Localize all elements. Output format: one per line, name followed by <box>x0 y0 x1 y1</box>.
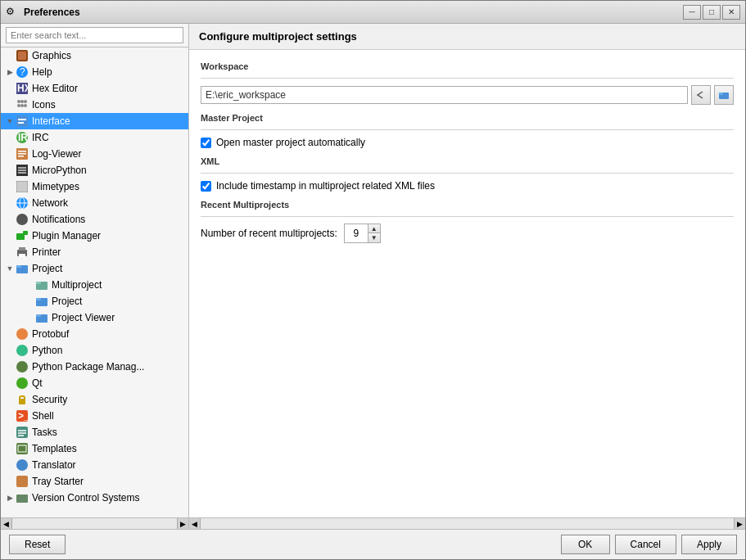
svg-rect-23 <box>18 169 26 171</box>
sidebar-item-printer[interactable]: Printer <box>1 244 188 260</box>
master-project-checkbox-row: Open master project automatically <box>201 137 734 148</box>
sidebar-item-templates[interactable]: Templates <box>1 440 188 457</box>
svg-point-29 <box>16 214 28 225</box>
log-viewer-icon <box>16 147 29 160</box>
sidebar-label-python-pkg: Python Package Manag... <box>32 361 144 373</box>
recent-spinbox-label: Number of recent multiprojects: <box>201 228 337 239</box>
spinbox-up-button[interactable]: ▲ <box>368 224 380 233</box>
sidebar-label-icons: Icons <box>32 99 56 111</box>
spinbox-down-button[interactable]: ▼ <box>368 233 380 242</box>
svg-rect-38 <box>36 282 41 284</box>
sidebar-item-interface[interactable]: ▼ Interface <box>1 113 188 129</box>
sidebar-label-shell: Shell <box>32 410 54 422</box>
panel-title: Configure multiproject settings <box>199 30 735 43</box>
svg-point-44 <box>16 345 28 356</box>
title-bar: ⚙ Preferences ─ □ ✕ <box>1 1 745 24</box>
sidebar-item-hex-editor[interactable]: HX Hex Editor <box>1 80 188 97</box>
sidebar-label-project-viewer: Project Viewer <box>52 312 115 323</box>
sidebar-label-irc: IRC <box>32 132 49 143</box>
minimize-button[interactable]: ─ <box>683 5 701 20</box>
sidebar-item-python[interactable]: Python <box>1 342 188 359</box>
interface-icon <box>16 115 29 128</box>
close-button[interactable]: ✕ <box>722 5 740 20</box>
reset-button[interactable]: Reset <box>9 535 66 554</box>
workspace-browse-back-button[interactable] <box>691 85 711 105</box>
svg-rect-19 <box>18 153 26 155</box>
svg-rect-24 <box>18 172 26 174</box>
project-root-icon <box>16 262 29 275</box>
security-icon <box>16 393 29 406</box>
sidebar-item-vcs[interactable]: ▶ Version Control Systems <box>1 490 188 506</box>
apply-button[interactable]: Apply <box>681 535 737 554</box>
maximize-button[interactable]: □ <box>703 5 721 20</box>
sidebar-item-python-pkg[interactable]: Python Package Manag... <box>1 359 188 375</box>
svg-rect-51 <box>16 427 28 438</box>
main-area: Graphics ▶ ? Help HX <box>1 24 745 529</box>
sidebar-item-irc[interactable]: IR IRC <box>1 129 188 146</box>
sidebar-item-log-viewer[interactable]: Log-Viewer <box>1 146 188 162</box>
sidebar-label-protobuf: Protobuf <box>32 328 69 340</box>
ok-button[interactable]: OK <box>561 535 610 554</box>
panel-hscroll[interactable]: ◀ ▶ <box>189 517 745 529</box>
window-title: Preferences <box>24 7 678 18</box>
right-panel: Configure multiproject settings Workspac… <box>189 24 745 529</box>
notifications-icon <box>16 213 29 226</box>
sidebar-item-shell[interactable]: >_ Shell <box>1 408 188 424</box>
bottom-bar: Reset OK Cancel Apply <box>1 529 745 559</box>
sidebar-item-project-child[interactable]: Project <box>1 293 188 309</box>
sidebar-label-notifications: Notifications <box>32 214 85 225</box>
sidebar-hscroll[interactable]: ◀ ▶ <box>1 517 188 529</box>
sidebar-item-protobuf[interactable]: Protobuf <box>1 326 188 342</box>
sidebar-item-network[interactable]: Network <box>1 195 188 211</box>
recent-multiprojects-section: Recent Multiprojects Number of recent mu… <box>201 200 734 243</box>
sidebar-item-tray-starter[interactable]: Tray Starter <box>1 473 188 490</box>
sidebar-label-tray-starter: Tray Starter <box>32 476 84 487</box>
sidebar-label-qt: Qt <box>32 377 43 389</box>
recent-label: Recent Multiprojects <box>201 200 734 210</box>
sidebar-item-icons[interactable]: Icons <box>1 97 188 113</box>
svg-rect-33 <box>19 247 25 251</box>
sidebar-item-plugin-manager[interactable]: Plugin Manager <box>1 228 188 244</box>
sidebar-item-mimetypes[interactable]: Mimetypes <box>1 178 188 195</box>
master-project-checkbox[interactable] <box>201 138 211 148</box>
sidebar-item-project-viewer[interactable]: Project Viewer <box>1 309 188 326</box>
search-input[interactable] <box>6 27 183 43</box>
multiproject-icon <box>35 278 48 291</box>
sidebar-tree[interactable]: Graphics ▶ ? Help HX <box>1 47 188 517</box>
cancel-button[interactable]: Cancel <box>615 535 676 554</box>
sidebar-item-tasks[interactable]: Tasks <box>1 424 188 440</box>
project-viewer-icon <box>35 311 48 324</box>
sidebar-item-micropython[interactable]: MicroPython <box>1 162 188 178</box>
workspace-browse-button[interactable] <box>714 85 734 105</box>
python-icon <box>16 344 29 357</box>
sidebar-label-security: Security <box>32 394 67 405</box>
window-icon: ⚙ <box>6 6 19 19</box>
svg-point-7 <box>20 100 24 103</box>
xml-timestamp-checkbox[interactable] <box>201 181 211 192</box>
recent-spinbox-input[interactable] <box>345 224 368 242</box>
sidebar-item-security[interactable]: Security <box>1 391 188 408</box>
svg-point-6 <box>17 100 20 103</box>
svg-rect-1 <box>18 52 26 60</box>
xml-section: XML Include timestamp in multiproject re… <box>201 156 734 192</box>
svg-text:>_: >_ <box>18 410 28 422</box>
sidebar-item-graphics[interactable]: Graphics <box>1 47 188 64</box>
project-child-icon <box>35 295 48 308</box>
workspace-path-input[interactable] <box>201 86 688 104</box>
sidebar-item-translator[interactable]: Translator <box>1 457 188 473</box>
sidebar-item-project-root[interactable]: ▼ Project <box>1 260 188 277</box>
sidebar-item-help[interactable]: ▶ ? Help <box>1 64 188 80</box>
sidebar-item-notifications[interactable]: Notifications <box>1 211 188 228</box>
master-project-label: Master Project <box>201 113 734 123</box>
sidebar-item-multiproject[interactable]: Multiproject <box>1 277 188 293</box>
svg-rect-22 <box>18 167 26 169</box>
spinbox-arrows: ▲ ▼ <box>368 224 380 242</box>
sidebar-item-qt[interactable]: Qt <box>1 375 188 391</box>
sidebar-label-log-viewer: Log-Viewer <box>32 148 81 160</box>
svg-point-11 <box>24 104 27 107</box>
help-icon: ? <box>16 65 29 79</box>
svg-rect-61 <box>719 93 723 95</box>
hex-editor-icon: HX <box>16 82 29 95</box>
sidebar-label-python: Python <box>32 345 62 356</box>
xml-checkbox-row: Include timestamp in multiproject relate… <box>201 180 734 192</box>
